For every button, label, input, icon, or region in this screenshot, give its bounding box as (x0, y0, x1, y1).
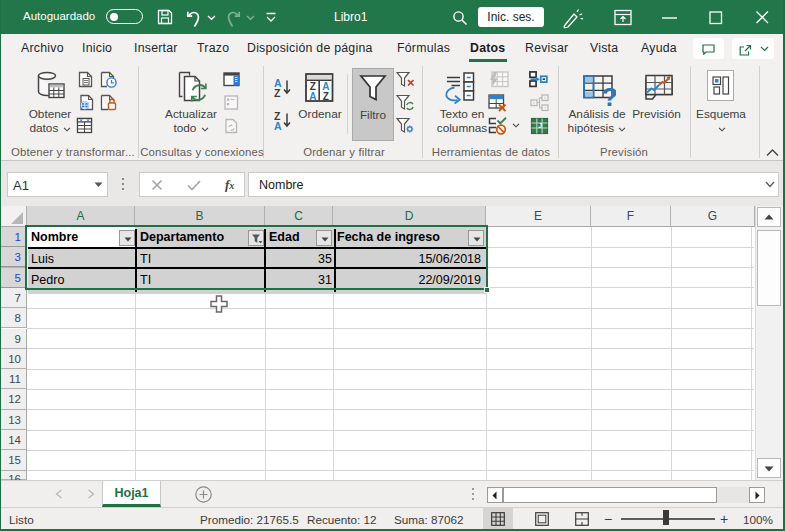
svg-text:Z: Z (274, 87, 281, 98)
svg-text:?: ? (602, 82, 616, 107)
svg-text:J: J (538, 122, 542, 129)
svg-text:A: A (309, 91, 316, 102)
svg-text:A: A (274, 120, 282, 131)
svg-text:Z: Z (323, 91, 329, 102)
